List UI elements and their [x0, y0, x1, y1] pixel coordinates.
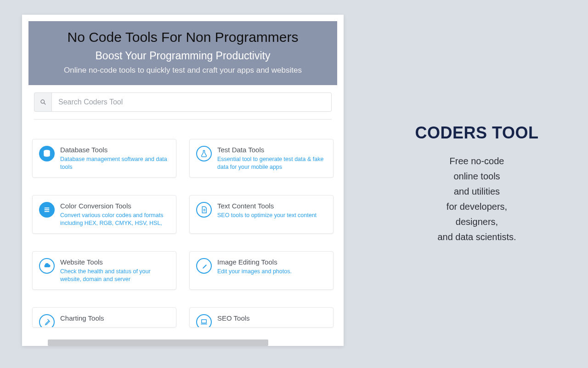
card-title: SEO Tools: [217, 314, 326, 322]
search-icon: [34, 92, 51, 112]
card-title: Charting Tools: [60, 314, 169, 322]
sidebar-title: CODERS TOOL: [394, 123, 560, 143]
card-test-data-tools[interactable]: Test Data Tools Essential tool to genera…: [189, 139, 334, 178]
card-charting-tools[interactable]: Charting Tools: [32, 307, 176, 328]
svg-point-0: [41, 100, 45, 104]
card-description: Essential tool to generate test data & f…: [217, 155, 326, 171]
tool-cards-grid: Database Tools Database management softw…: [32, 139, 334, 328]
card-database-tools[interactable]: Database Tools Database management softw…: [32, 139, 176, 178]
card-text-content-tools[interactable]: Text Content Tools SEO tools to optimize…: [189, 195, 334, 234]
card-description: Edit your images and photos.: [217, 268, 326, 276]
card-seo-tools[interactable]: SEO Tools: [189, 307, 334, 328]
brush-icon: [196, 258, 212, 274]
card-image-editing-tools[interactable]: Image Editing Tools Edit your images and…: [189, 251, 334, 290]
card-description: Database management software and data to…: [60, 155, 169, 171]
card-description: Convert various color codes and formats …: [60, 212, 169, 227]
svg-line-1: [44, 103, 45, 105]
cloud-icon: [39, 258, 55, 274]
card-description: SEO tools to optimize your text content: [217, 212, 326, 219]
card-description: Check the health and status of your webs…: [60, 268, 169, 283]
hero-subtitle: Boost Your Programming Productivity: [38, 50, 328, 62]
horizontal-scrollbar[interactable]: [48, 339, 268, 346]
brush-icon: [39, 314, 55, 328]
laptop-icon: [196, 314, 212, 328]
card-website-tools[interactable]: Website Tools Check the health and statu…: [32, 251, 176, 290]
promo-sidebar: CODERS TOOL Free no-codeonline toolsand …: [394, 123, 560, 245]
card-title: Website Tools: [60, 258, 169, 266]
card-title: Color Conversion Tools: [60, 202, 169, 210]
hero-title: No Code Tools For Non Programmers: [38, 29, 328, 45]
flask-icon: [196, 146, 212, 161]
search-input[interactable]: [51, 92, 332, 112]
search-bar: [34, 92, 332, 112]
lines-icon: [39, 202, 55, 218]
hero-banner: No Code Tools For Non Programmers Boost …: [28, 21, 337, 85]
database-icon: [39, 146, 55, 161]
divider: [34, 119, 332, 120]
svg-rect-8: [202, 320, 207, 323]
card-title: Text Content Tools: [217, 202, 326, 210]
document-icon: [196, 202, 212, 218]
card-title: Test Data Tools: [217, 146, 326, 154]
hero-description: Online no-code tools to quickly test and…: [38, 66, 328, 75]
card-title: Database Tools: [60, 146, 169, 154]
card-title: Image Editing Tools: [217, 258, 326, 266]
app-screenshot-panel: No Code Tools For Non Programmers Boost …: [22, 15, 344, 346]
card-color-conversion-tools[interactable]: Color Conversion Tools Convert various c…: [32, 195, 176, 234]
sidebar-text: Free no-codeonline toolsand utilitiesfor…: [394, 154, 560, 245]
